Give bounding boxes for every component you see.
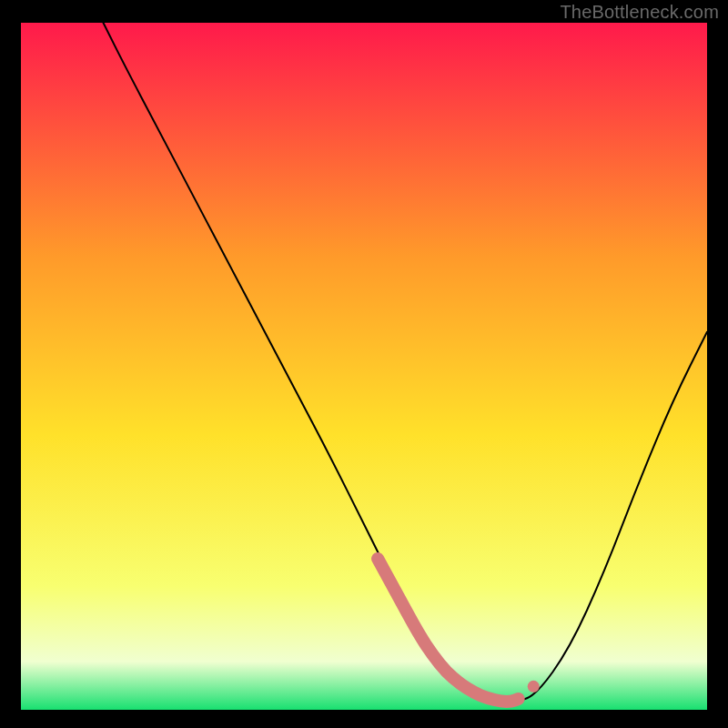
attribution-label: TheBottleneck.com	[560, 2, 719, 23]
plot-background	[21, 23, 707, 710]
highlight-end-dot	[528, 681, 540, 693]
chart-frame: TheBottleneck.com	[0, 0, 728, 728]
bottleneck-chart	[0, 0, 728, 728]
